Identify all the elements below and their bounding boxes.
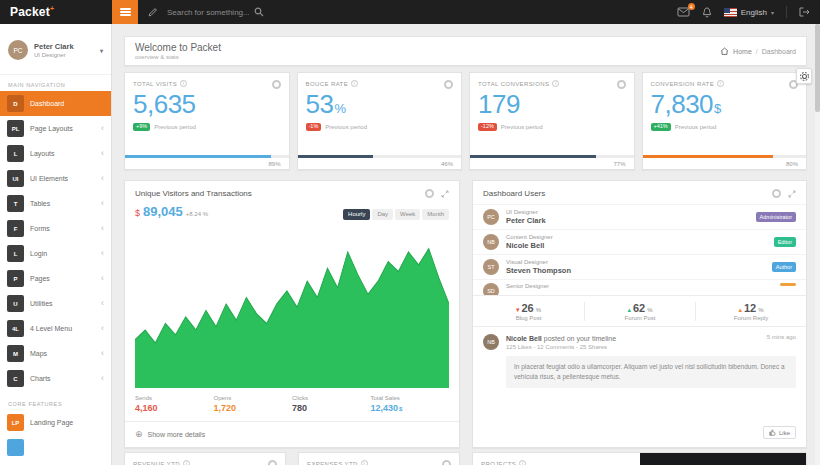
scrollbar-thumb[interactable]	[815, 24, 820, 112]
donut-icon[interactable]	[272, 80, 281, 89]
menu-letter-icon: F	[7, 220, 24, 237]
user-list-item[interactable]: NB Content Designer Nicole Bell Editor	[473, 229, 806, 254]
user-role: UI Designer	[506, 209, 546, 215]
footer-stat-label: Clicks	[292, 395, 371, 401]
page-subtitle: overview & stats	[135, 54, 221, 60]
bottom-row: REVENUE YTDi EXPENSES YTDi PROJECTSi	[124, 452, 807, 465]
user-name: Nicole Bell	[506, 241, 553, 250]
refresh-circle-icon[interactable]	[772, 189, 781, 198]
expand-icon[interactable]	[441, 190, 449, 198]
range-button-day[interactable]: Day	[372, 209, 393, 220]
sidebar-item-maps[interactable]: M Maps ‹	[0, 341, 111, 366]
user-list-item[interactable]: SD Senior Designer	[473, 279, 806, 295]
top-navbar: Packet+ 4 English ▾	[0, 0, 820, 24]
user-role: Content Designer	[506, 234, 553, 240]
activity-quote: In placerat feugiat odio a ullamcorper. …	[506, 356, 796, 388]
language-label: English	[741, 8, 767, 17]
user-list-item[interactable]: ST Visual Designer Steven Thompson Autho…	[473, 254, 806, 279]
menu-letter-icon	[7, 439, 24, 456]
user-role: UI Designer	[34, 52, 74, 58]
delta-badge: -12%	[478, 123, 497, 132]
sidebar-item-4-level-menu[interactable]: 4L 4 Level Menu ‹	[0, 316, 111, 341]
stat-card-bounce-rate: BOUCE RATEi 53% -1% Previous period 46%	[297, 72, 463, 170]
sidebar-item-utilities[interactable]: U Utilities ‹	[0, 291, 111, 316]
logo-plus: +	[50, 5, 54, 12]
chevron-left-icon: ‹	[101, 199, 104, 208]
projects-card: PROJECTSi	[472, 452, 807, 465]
donut-icon[interactable]	[442, 460, 451, 465]
donut-icon[interactable]	[444, 80, 453, 89]
breadcrumb-separator: /	[756, 48, 758, 55]
notifications-bell-icon[interactable]	[702, 7, 712, 18]
stats-row: TOTAL VISITSi 5,635 +9% Previous period …	[124, 72, 807, 170]
trend-down-caret-icon: ▾	[516, 306, 520, 314]
main-content: Welcome to Packet overview & stats Home …	[112, 24, 807, 465]
home-icon[interactable]	[720, 47, 729, 55]
chevron-down-icon: ▾	[771, 9, 774, 16]
metric-blog-post: ▾ 26 % Blog Post	[473, 302, 584, 321]
like-button[interactable]: Like	[763, 426, 796, 439]
refresh-circle-icon[interactable]	[425, 189, 434, 198]
period-label: Previous period	[154, 124, 196, 130]
chevron-left-icon: ‹	[101, 374, 104, 383]
sidebar-item-page-layouts[interactable]: PL Page Layouts ‹	[0, 116, 111, 141]
menu-item-label: Dashboard	[30, 100, 64, 107]
user-list-item[interactable]: PC UI Designer Peter Clark Administrator	[473, 204, 806, 229]
period-label: Previous period	[325, 124, 367, 130]
sidebar-toggle-button[interactable]	[112, 0, 138, 24]
messages-icon[interactable]: 4	[677, 7, 690, 17]
thumbs-up-icon	[769, 429, 776, 436]
menu-item-label: Tables	[30, 200, 50, 207]
sidebar-item-charts[interactable]: C Charts ‹	[0, 366, 111, 391]
chevron-left-icon: ‹	[101, 349, 104, 358]
currency-symbol: $	[135, 208, 140, 218]
stat-label: EXPENSES YTD	[307, 461, 358, 465]
language-selector[interactable]: English ▾	[724, 8, 774, 17]
sidebar-item-login[interactable]: L Login ‹	[0, 241, 111, 266]
menu-item-label: Landing Page	[30, 419, 73, 426]
logo[interactable]: Packet+	[0, 5, 112, 19]
menu-letter-icon: M	[7, 345, 24, 362]
activity-meta: 125 Likes - 12 Comments - 25 Shares	[506, 344, 616, 350]
menu-letter-icon: UI	[7, 170, 24, 187]
range-button-group: Hourly Day Week Month	[343, 209, 449, 220]
stat-value: 7,830$	[651, 90, 799, 120]
sidebar-item-landing-page[interactable]: LP Landing Page	[0, 410, 111, 435]
logout-icon[interactable]	[799, 7, 810, 17]
sidebar-item-layouts[interactable]: L Layouts ‹	[0, 141, 111, 166]
donut-icon[interactable]	[617, 80, 626, 89]
sidebar-item-clipped[interactable]	[0, 435, 111, 460]
stat-card-conversion-rate: CONVERSION RATEi 7,830$ +41% Previous pe…	[642, 72, 808, 170]
range-button-month[interactable]: Month	[422, 209, 449, 220]
breadcrumb-home[interactable]: Home	[733, 48, 752, 55]
activity-timestamp: 5 mins ago	[767, 334, 796, 340]
sidebar-item-tables[interactable]: T Tables ‹	[0, 191, 111, 216]
footer-stat-value: 1,720	[214, 403, 293, 413]
messages-badge: 4	[688, 3, 695, 10]
range-button-hourly[interactable]: Hourly	[343, 209, 370, 220]
activity-author[interactable]: Nicole Bell	[506, 335, 542, 342]
menu-item-label: Maps	[30, 350, 47, 357]
project-photo	[640, 453, 807, 465]
footer-stat-label: Total Sales	[371, 395, 450, 401]
expand-icon[interactable]	[788, 190, 796, 198]
chart-footer-stats: Sends 4,160 Opens 1,720 Clicks 780 Total…	[125, 388, 459, 421]
sidebar-item-ui-elements[interactable]: UI UI Elements ‹	[0, 166, 111, 191]
settings-gear-button[interactable]	[796, 68, 812, 84]
role-badge: Administrator	[756, 212, 796, 222]
page-scrollbar[interactable]	[815, 24, 820, 465]
search-icon[interactable]	[254, 7, 264, 17]
breadcrumb-current: Dashboard	[762, 48, 796, 55]
search-input[interactable]	[167, 8, 249, 17]
compose-icon[interactable]	[148, 7, 158, 17]
user-profile[interactable]: PC Peter Clark UI Designer ▾	[0, 24, 111, 75]
delta-badge: -1%	[306, 123, 322, 132]
range-button-week[interactable]: Week	[395, 209, 420, 220]
donut-icon[interactable]	[268, 460, 277, 465]
menu-item-label: Layouts	[30, 150, 55, 157]
sidebar-item-forms[interactable]: F Forms ‹	[0, 216, 111, 241]
sidebar-item-dashboard[interactable]: D Dashboard	[0, 91, 111, 116]
sidebar-item-pages[interactable]: P Pages ‹	[0, 266, 111, 291]
show-more-details-link[interactable]: ⊕ Show more details	[125, 421, 459, 447]
info-icon: i	[183, 460, 190, 465]
